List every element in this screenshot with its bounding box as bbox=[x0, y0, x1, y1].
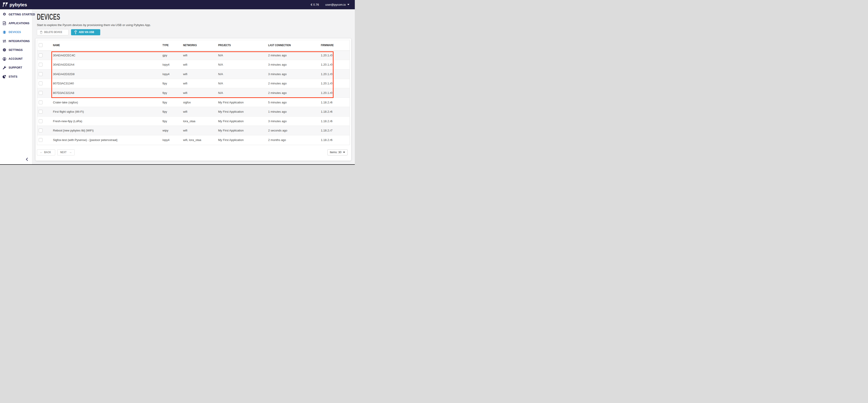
row-checkbox[interactable] bbox=[39, 100, 42, 104]
device-networks-cell: wifi bbox=[183, 63, 218, 66]
sidebar-item-label: ACCOUNT bbox=[9, 57, 23, 60]
device-last-connection-cell: 5 minutes ago bbox=[268, 101, 321, 104]
row-checkbox[interactable] bbox=[39, 128, 42, 132]
select-all-cell bbox=[37, 43, 53, 47]
table-row[interactable]: Reboot [new pybytes lib] (WiFi) wipy wif… bbox=[37, 126, 350, 135]
brand-logo[interactable]: pybytes bbox=[2, 2, 27, 7]
row-checkbox-cell bbox=[37, 53, 53, 57]
table-row[interactable]: Crater-lake (sigfox) fipy sigfox My Firs… bbox=[37, 98, 350, 107]
row-checkbox[interactable] bbox=[39, 63, 42, 66]
device-firmware-cell: 1.20.1.r0 bbox=[321, 82, 350, 85]
device-networks-cell: wifi bbox=[183, 72, 218, 76]
user-icon bbox=[2, 57, 6, 61]
device-last-connection-cell: 2 months ago bbox=[268, 138, 321, 142]
row-checkbox[interactable] bbox=[39, 82, 42, 85]
row-checkbox[interactable] bbox=[39, 119, 42, 123]
row-checkbox[interactable] bbox=[39, 110, 42, 114]
account-balance[interactable]: € 0.76 bbox=[311, 3, 319, 6]
device-last-connection-cell: 3 minutes ago bbox=[268, 120, 321, 123]
device-firmware-cell: 1.20.1.r0 bbox=[321, 63, 350, 66]
device-type-cell: lopy4 bbox=[162, 138, 183, 142]
items-per-page-dropdown[interactable]: Items: 30 bbox=[328, 149, 347, 155]
row-checkbox-cell bbox=[37, 119, 53, 123]
table-row[interactable]: Sigfox-test (with Pysense) - [pastoor pe… bbox=[37, 135, 350, 145]
table-header-row: NAME TYPE NETWORKS PROJECTS LAST CONNECT… bbox=[37, 40, 350, 51]
device-firmware-cell: 1.20.1.r0 bbox=[321, 54, 350, 57]
device-name-cell: Sigfox-test (with Pysense) - [pastoor pe… bbox=[53, 138, 162, 142]
device-last-connection-cell: 2 minutes ago bbox=[268, 91, 321, 95]
user-menu[interactable]: user@pycom.io bbox=[325, 3, 349, 6]
sidebar-item-account[interactable]: ACCOUNT bbox=[0, 54, 32, 63]
next-button[interactable]: NEXT → bbox=[57, 149, 75, 155]
device-name-cell: 30AEA42CEC4C bbox=[53, 54, 162, 57]
row-checkbox[interactable] bbox=[39, 91, 42, 95]
add-via-usb-label: ADD VIA USB bbox=[79, 31, 94, 34]
delete-device-button[interactable]: DELETE DEVICE bbox=[37, 29, 68, 35]
table-row[interactable]: 30AEA42D32A4 lopy4 wifi N/A 3 minutes ag… bbox=[37, 60, 350, 69]
sidebar: GETTING STARTED APPLICATIONS DEVICES bbox=[0, 9, 32, 165]
sidebar-item-label: STATS bbox=[9, 75, 18, 78]
back-label: BACK bbox=[44, 151, 51, 154]
device-projects-cell: N/A bbox=[218, 82, 268, 85]
sun-icon bbox=[2, 12, 6, 17]
chip-icon bbox=[2, 30, 6, 34]
sidebar-item-settings[interactable]: SETTINGS bbox=[0, 45, 32, 54]
table-row[interactable]: Fresh-new-fipy (LoRa) fipy lora_otaa My … bbox=[37, 117, 350, 126]
sidebar-item-applications[interactable]: APPLICATIONS bbox=[0, 19, 32, 28]
device-last-connection-cell: 2 minutes ago bbox=[268, 82, 321, 85]
sidebar-item-integrations[interactable]: INTEGRATIONS bbox=[0, 37, 32, 45]
back-button[interactable]: ← BACK bbox=[37, 149, 55, 155]
device-projects-cell: My First Application bbox=[218, 110, 268, 113]
sidebar-collapse-button[interactable] bbox=[25, 157, 29, 163]
select-all-checkbox[interactable] bbox=[39, 43, 42, 47]
screen-bottom-edge bbox=[0, 164, 355, 165]
device-firmware-cell: 1.20.1.r0 bbox=[321, 91, 350, 95]
device-type-cell: fipy bbox=[162, 101, 183, 104]
sidebar-item-devices[interactable]: DEVICES bbox=[0, 28, 32, 37]
row-checkbox[interactable] bbox=[39, 138, 42, 142]
trash-icon bbox=[40, 31, 42, 34]
device-firmware-cell: 1.18.2.r6 bbox=[321, 120, 350, 123]
add-via-usb-button[interactable]: ADD VIA USB bbox=[71, 29, 100, 35]
sidebar-item-label: DEVICES bbox=[9, 31, 21, 34]
sidebar-item-stats[interactable]: STATS bbox=[0, 72, 32, 81]
device-networks-cell: lora_otaa bbox=[183, 120, 218, 123]
device-name-cell: 807D3AC322A8 bbox=[53, 91, 162, 95]
table-row[interactable]: 30AEA42CEC4C gpy wifi N/A 2 minutes ago … bbox=[37, 51, 350, 60]
chevron-left-icon bbox=[26, 157, 28, 161]
sidebar-item-label: INTEGRATIONS bbox=[9, 40, 30, 43]
device-last-connection-cell: 3 minutes ago bbox=[268, 72, 321, 76]
table-row[interactable]: 807D3AC322A8 fipy wifi N/A 2 minutes ago… bbox=[37, 88, 350, 98]
table-row[interactable]: First flight sigfox (Wi-Fi) fipy wifi My… bbox=[37, 107, 350, 117]
sidebar-item-label: SUPPORT bbox=[9, 66, 22, 69]
items-per-page-label: Items: 30 bbox=[330, 151, 341, 154]
table-row[interactable]: 807D3AC31340 fipy wifi N/A 2 minutes ago… bbox=[37, 79, 350, 89]
main-content: DEVICES Start to explore the Pycom devic… bbox=[32, 9, 355, 165]
row-checkbox[interactable] bbox=[39, 72, 42, 76]
device-networks-cell: sigfox bbox=[183, 101, 218, 104]
row-checkbox-cell bbox=[37, 100, 53, 104]
topbar-right: € 0.76 user@pycom.io bbox=[311, 3, 349, 6]
device-firmware-cell: 1.18.2.r6 bbox=[321, 138, 350, 142]
delete-device-label: DELETE DEVICE bbox=[44, 31, 62, 34]
toolbar: DELETE DEVICE ADD VIA USB bbox=[37, 29, 355, 35]
device-projects-cell: My First Application bbox=[218, 129, 268, 132]
device-projects-cell: My First Application bbox=[218, 138, 268, 142]
sidebar-item-getting-started[interactable]: GETTING STARTED bbox=[0, 10, 32, 19]
device-type-cell: wipy bbox=[162, 129, 183, 132]
devices-table: NAME TYPE NETWORKS PROJECTS LAST CONNECT… bbox=[37, 40, 350, 145]
row-checkbox-cell bbox=[37, 82, 53, 85]
column-header-last-connection: LAST CONNECTION bbox=[268, 43, 321, 47]
sidebar-item-label: GETTING STARTED bbox=[9, 13, 35, 16]
sidebar-item-support[interactable]: SUPPORT bbox=[0, 63, 32, 72]
device-name-cell: 30AEA42D32A4 bbox=[53, 63, 162, 66]
device-type-cell: fipy bbox=[162, 120, 183, 123]
next-arrow-icon: → bbox=[69, 151, 72, 154]
table-row[interactable]: 30AEA42D32D8 lopy4 wifi N/A 3 minutes ag… bbox=[37, 69, 350, 79]
pycom-logo-icon bbox=[2, 2, 8, 7]
device-last-connection-cell: 3 minutes ago bbox=[268, 63, 321, 66]
row-checkbox[interactable] bbox=[39, 53, 42, 57]
column-header-type: TYPE bbox=[162, 43, 183, 47]
device-name-cell: Crater-lake (sigfox) bbox=[53, 101, 162, 104]
device-networks-cell: wifi bbox=[183, 82, 218, 85]
